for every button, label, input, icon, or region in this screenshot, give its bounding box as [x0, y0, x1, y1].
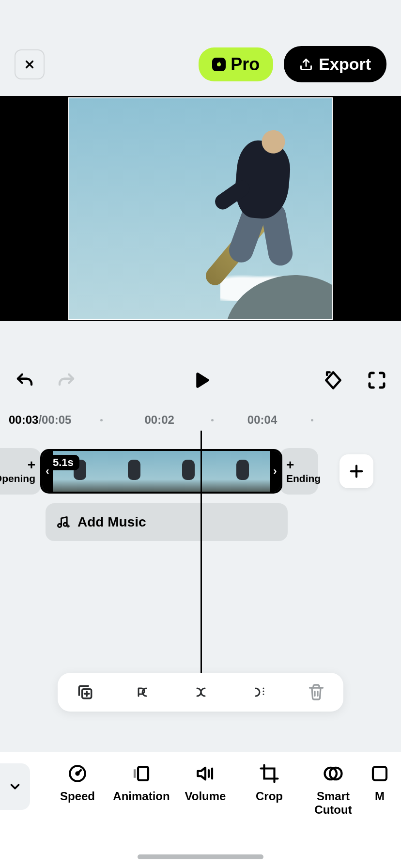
ruler-dot	[100, 419, 103, 421]
ending-label: Ending	[286, 473, 321, 484]
svg-point-0	[58, 524, 62, 527]
bottom-toolbar: Speed Animation Volume Crop Smart Cutout…	[0, 752, 401, 868]
toolbar-animation[interactable]: Animation	[109, 763, 173, 803]
animation-icon	[131, 763, 152, 784]
ruler-tick: 00:02	[144, 413, 174, 427]
pro-label: Pro	[231, 54, 260, 75]
toolbar-smart-cutout[interactable]: Smart Cutout	[301, 763, 365, 816]
toolbar-label: Speed	[60, 790, 95, 803]
timeline[interactable]: + Opening 5.1s ‹ › + Ending Add Music	[0, 431, 401, 726]
speed-icon	[67, 763, 88, 784]
duplicate-icon	[76, 683, 94, 701]
play-button[interactable]	[190, 370, 211, 392]
export-label: Export	[319, 55, 371, 74]
trim-start-icon	[132, 684, 153, 700]
add-opening-button[interactable]: + Opening	[0, 448, 41, 495]
ruler-dot	[211, 419, 214, 421]
trim-end-icon	[249, 684, 270, 700]
toolbar-more[interactable]: M	[365, 763, 394, 803]
clip-thumbnail	[107, 451, 161, 492]
split-button[interactable]	[190, 684, 212, 700]
toolbar-label: Smart Cutout	[314, 790, 352, 816]
add-ending-button[interactable]: + Ending	[279, 448, 318, 495]
video-clip[interactable]: 5.1s ‹ ›	[40, 449, 282, 494]
close-icon	[23, 58, 36, 71]
toolbar-speed[interactable]: Speed	[46, 763, 109, 803]
play-icon	[190, 370, 211, 390]
toolbar-label: Animation	[113, 790, 170, 803]
plus-icon	[348, 463, 365, 480]
collapse-toolbar-button[interactable]	[0, 763, 30, 810]
upload-icon	[299, 58, 313, 71]
fullscreen-icon	[367, 371, 386, 390]
flame-icon	[212, 58, 226, 71]
clip-thumbnail	[161, 451, 216, 492]
add-music-label: Add Music	[77, 514, 146, 530]
close-button[interactable]	[15, 49, 45, 79]
timecode: 00:03/00:05	[9, 413, 71, 427]
toolbar-crop[interactable]: Crop	[237, 763, 301, 803]
add-music-button[interactable]: Add Music	[46, 503, 288, 541]
ruler-dot	[311, 419, 313, 421]
export-button[interactable]: Export	[284, 46, 386, 82]
trim-start-button[interactable]	[132, 684, 153, 700]
transport-controls	[0, 321, 401, 407]
crop-icon	[259, 763, 279, 784]
plus-icon: +	[286, 458, 294, 472]
more-icon	[370, 763, 390, 784]
add-clip-button[interactable]	[339, 454, 373, 488]
redo-icon	[56, 371, 77, 391]
video-frame	[68, 97, 333, 320]
keyframe-button[interactable]	[323, 370, 344, 393]
undo-icon	[15, 371, 35, 391]
duplicate-button[interactable]	[76, 683, 94, 701]
header: Pro Export	[0, 0, 401, 96]
volume-icon	[195, 763, 216, 784]
playhead[interactable]	[200, 431, 202, 692]
undo-button[interactable]	[15, 371, 35, 391]
opening-label: Opening	[0, 473, 35, 484]
ruler-tick: 00:04	[247, 413, 277, 427]
svg-rect-8	[373, 767, 386, 780]
clip-handle-right[interactable]: ›	[270, 451, 280, 492]
keyframe-icon	[323, 370, 344, 391]
smart-cutout-icon	[323, 763, 343, 784]
clip-thumbnail	[216, 451, 270, 492]
chevron-down-icon	[8, 779, 22, 794]
video-preview[interactable]	[0, 96, 401, 321]
fullscreen-button[interactable]	[367, 371, 386, 392]
home-indicator	[138, 854, 263, 859]
trim-end-button[interactable]	[249, 684, 270, 700]
toolbar-label: Crop	[256, 790, 283, 803]
pro-button[interactable]: Pro	[199, 47, 273, 81]
plus-icon: +	[28, 458, 35, 472]
music-plus-icon	[56, 515, 70, 529]
clip-action-bar	[58, 673, 343, 712]
toolbar-volume[interactable]: Volume	[173, 763, 237, 803]
timeline-ruler: 00:03/00:05 00:02 00:04	[0, 407, 401, 431]
trash-icon	[308, 683, 325, 701]
toolbar-label: M	[375, 790, 385, 803]
toolbar-label: Volume	[185, 790, 226, 803]
delete-button[interactable]	[308, 683, 325, 701]
svg-rect-5	[138, 767, 148, 780]
svg-point-1	[63, 523, 67, 526]
split-icon	[190, 684, 212, 700]
clip-duration-badge: 5.1s	[47, 455, 79, 470]
redo-button[interactable]	[56, 371, 77, 391]
